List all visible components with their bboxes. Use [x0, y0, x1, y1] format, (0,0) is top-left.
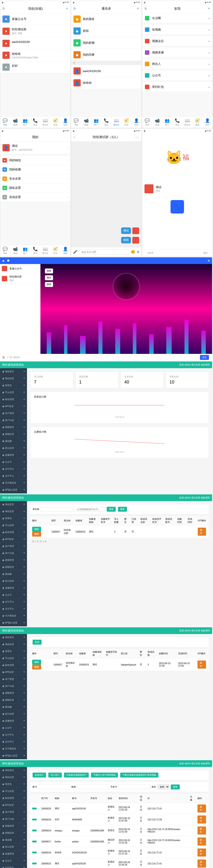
tab-我的[interactable]: 👤我的	[202, 117, 212, 128]
tab-视频[interactable]: 📹视频	[81, 117, 91, 128]
tab-消息[interactable]: 💬消息	[71, 117, 81, 128]
admin-menu-item[interactable]: ◉ 群聊设置▾	[0, 830, 27, 837]
message-item[interactable]: ●aa424328158-	[0, 37, 70, 50]
admin-menu-item[interactable]: ◉ 财务管理▾	[0, 396, 27, 403]
action-button[interactable]: 导入用户	[48, 773, 62, 777]
reset-button[interactable]: 重置	[118, 507, 127, 512]
dc-side-item[interactable]: 客服公众号	[0, 264, 40, 273]
discover-item[interactable]: 短视频›	[142, 25, 212, 35]
admin-menu-item[interactable]: ◉ 用户分组▾	[0, 550, 27, 557]
admin-menu-item[interactable]: ◉ 系统设置▾	[0, 774, 27, 781]
tab-消息[interactable]: 💬消息	[0, 117, 10, 128]
menu-icon[interactable]: ≡	[2, 6, 5, 11]
admin-menu-item[interactable]: ◉ APP设置▾	[0, 536, 27, 543]
tab-通话[interactable]: 📞通话	[172, 117, 182, 128]
admin-menu-item[interactable]: ◉ 群聊管理▾	[0, 690, 27, 697]
back-icon[interactable]: ‹	[73, 135, 75, 140]
send-button[interactable]: 发送	[200, 355, 209, 360]
add-icon[interactable]: +	[66, 6, 68, 11]
tab-我的[interactable]: 👤我的	[131, 117, 141, 128]
search-input[interactable]	[41, 507, 72, 512]
admin-menu-item[interactable]: ◉ 积分设置▾	[0, 711, 27, 718]
table-row[interactable]: 10000017fanfanpaidax15608661600测试用户2023-…	[30, 836, 209, 847]
tab-发现[interactable]: 🧭发现	[192, 117, 203, 128]
admin-menu-item[interactable]: ◉ 平台设置▾	[0, 655, 27, 662]
admin-menu-item[interactable]: ◉ 平台设置▾	[0, 389, 27, 396]
admin-menu-item[interactable]: ◉ 群聊管理▾	[0, 424, 27, 431]
discover-item[interactable]: 生活圈›	[142, 13, 212, 23]
admin-menu-item[interactable]: ◉ 朋友圈▾	[0, 571, 27, 578]
mine-menu-item[interactable]: ●我的收藏›	[0, 165, 70, 174]
contact-group[interactable]: ◆群组	[71, 25, 141, 37]
tab-通讯录[interactable]: 📖通讯录	[40, 117, 50, 128]
tab-通讯录[interactable]: 📖通讯录	[40, 245, 50, 256]
action-button[interactable]: 下载导入用户表单模板	[91, 773, 118, 777]
mine-menu-item[interactable]: ●我的钱包›	[0, 156, 70, 165]
action-button[interactable]: 操作	[197, 804, 206, 812]
admin-menu-item[interactable]: ◉ 系统首页▾	[0, 634, 27, 641]
action-button[interactable]: 操作	[197, 815, 206, 824]
contact-item[interactable]: 👤哈哈哈	[71, 77, 141, 89]
tab-视频[interactable]: 📹视频	[152, 117, 162, 128]
tab-通话[interactable]: 📞通话	[101, 117, 112, 128]
filter-input[interactable]	[74, 507, 105, 512]
tab-发现[interactable]: 🧭发现	[121, 117, 131, 128]
admin-menu-item[interactable]: ◉ 用户管理▾	[0, 676, 27, 683]
home-icon[interactable]: 🏠	[2, 356, 5, 359]
add-icon[interactable]: +	[136, 6, 139, 11]
admin-menu-item[interactable]: ◉ 积分设置▾	[0, 843, 27, 850]
admin-menu-item[interactable]: ◉ 系统设置▾	[0, 641, 27, 648]
add-icon[interactable]: +	[208, 6, 210, 11]
admin-menu-item[interactable]: ◉ 积分设置▾	[0, 445, 27, 452]
message-input[interactable]	[79, 249, 129, 255]
admin-menu-item[interactable]: ◉ 用户分组▾	[0, 417, 27, 424]
mine-menu-item[interactable]: ●隐私设置›	[0, 183, 70, 193]
admin-menu-item[interactable]: ◉ 系统首页▾	[0, 767, 27, 774]
admin-menu-item[interactable]: ◉ 系统设置▾	[0, 508, 27, 515]
settings-icon[interactable]: ⚙	[208, 259, 210, 262]
user-profile[interactable]: 👤 测试帐号：qq424328158 ›	[0, 142, 70, 154]
admin-menu-item[interactable]: ◉ 公众号▾	[0, 724, 27, 732]
action-button[interactable]: 操作	[197, 660, 206, 669]
tab-消息[interactable]: 💬消息	[0, 245, 10, 256]
admin-menu-item[interactable]: ◉ 管理员▾	[0, 781, 27, 788]
tab-视频[interactable]: 📹视频	[10, 117, 21, 128]
table-row[interactable]: 10000019好好45454666普通用户2023-06-10 21:47:0…	[30, 814, 209, 825]
admin-menu-item[interactable]: ◉ 管理员▾	[0, 382, 27, 389]
action-button[interactable]: 操作	[197, 827, 206, 835]
admin-menu-item[interactable]: ◉ 群聊设置▾	[0, 431, 27, 438]
admin-menu-item[interactable]: ◉ 用户管理▾	[0, 410, 27, 417]
tab-消息[interactable]: 💬消息	[142, 117, 152, 128]
admin-menu-item[interactable]: ◉ APP设置▾	[0, 669, 27, 676]
dc-side-item[interactable]: 哇哇测试群测试	[0, 273, 40, 284]
admin-menu-item[interactable]: ◉ 积分设置▾	[0, 578, 27, 585]
admin-menu-item[interactable]: ◉ API接口设置▾	[0, 487, 27, 494]
admin-menu-item[interactable]: ◉ 管理员▾	[0, 648, 27, 655]
admin-menu-item[interactable]: ◉ 支付平台▾	[0, 732, 27, 739]
admin-menu-item[interactable]: ◉ 财务管理▾	[0, 662, 27, 669]
table-row[interactable]: 10000020测试qq424328158普通用户2023-06-24 11:0…	[30, 803, 209, 814]
admin-menu-item[interactable]: ◉ 财务管理▾	[0, 529, 27, 536]
admin-menu-item[interactable]: ◉ 财务管理▾	[0, 795, 27, 802]
search-button[interactable]: 搜索	[107, 507, 116, 512]
plus-icon[interactable]: ⊕	[136, 250, 140, 254]
admin-menu-item[interactable]: ◉ 公众号▾	[0, 459, 27, 466]
admin-menu-item[interactable]: ◉ 群聊管理▾	[0, 823, 27, 830]
contact-group[interactable]: ◆我的同事	[71, 49, 141, 61]
admin-menu-item[interactable]: ◉ VCF通讯录▾	[0, 613, 27, 619]
table-row[interactable]: 编辑删除1000007哇哇测试群10000015测试3否否操作	[30, 525, 209, 538]
baidu-logo[interactable]: 🐾	[171, 200, 184, 214]
admin-menu-item[interactable]: ◉ 系统首页▾	[0, 368, 27, 375]
more-icon[interactable]: ⋯	[135, 135, 139, 140]
admin-menu-item[interactable]: ◉ 支付平台▾	[0, 606, 27, 613]
menu-icon[interactable]: ≡	[145, 6, 147, 11]
tab-视频[interactable]: 📹视频	[10, 245, 21, 256]
tab-发现[interactable]: 🧭发现	[50, 245, 60, 256]
tab-圈子[interactable]: 👥圈子	[91, 117, 101, 128]
discover-item[interactable]: 附近人›	[142, 59, 212, 69]
admin-menu-item[interactable]: ◉ APP设置▾	[0, 403, 27, 410]
table-row[interactable]: 10000015测试qq424328158普通用户2023-06-24 22:4…	[30, 858, 209, 868]
table-row[interactable]: 编辑解散1000007哇哇测试群10000015测试fsgegerfygeyye…	[30, 658, 209, 671]
admin-menu-item[interactable]: ◉ 群聊设置▾	[0, 697, 27, 704]
mine-menu-item[interactable]: ●其他设置›	[0, 193, 70, 202]
